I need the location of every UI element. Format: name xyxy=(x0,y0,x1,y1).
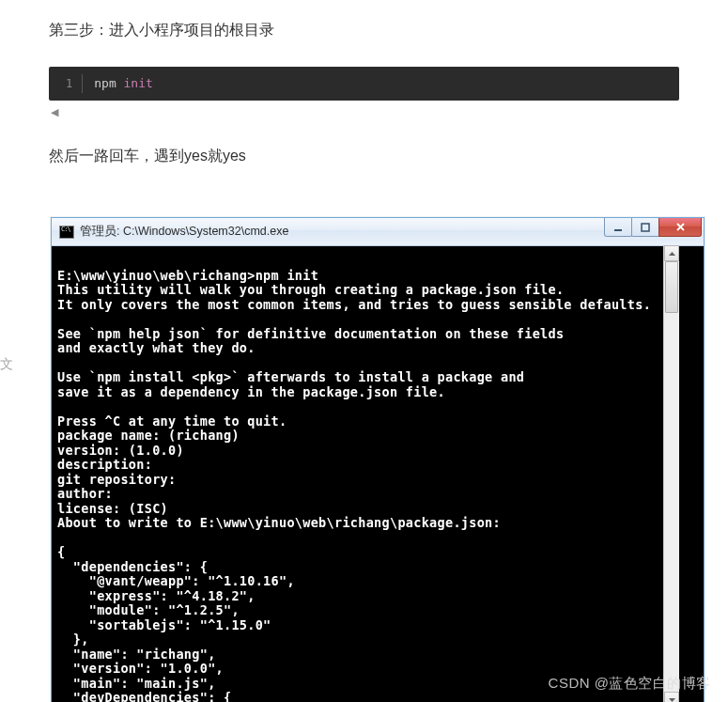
code-block: 1 npm init xyxy=(49,67,679,101)
vertical-scrollbar[interactable] xyxy=(663,245,679,702)
maximize-button[interactable] xyxy=(631,218,659,237)
svg-rect-1 xyxy=(642,224,649,231)
terminal-output: E:\www\yinuo\web\richang>npm init This u… xyxy=(52,246,704,702)
svg-rect-0 xyxy=(614,229,622,231)
scrollbar-thumb[interactable] xyxy=(665,261,678,313)
step-heading: 第三步：进入小程序项目的根目录 xyxy=(49,21,679,40)
scrollbar-track[interactable] xyxy=(664,261,679,692)
scroll-up-button[interactable] xyxy=(664,245,679,261)
code-token-argument: init xyxy=(124,76,153,90)
window-titlebar[interactable]: 管理员: C:\Windows\System32\cmd.exe xyxy=(52,218,704,246)
minimize-button[interactable] xyxy=(604,218,632,237)
maximize-icon xyxy=(641,223,650,232)
window-title: 管理员: C:\Windows\System32\cmd.exe xyxy=(80,224,605,240)
code-token-command: npm xyxy=(94,76,116,90)
scroll-down-button[interactable] xyxy=(664,692,679,702)
paragraph-text: 然后一路回车，遇到yes就yes xyxy=(49,147,679,166)
chevron-down-icon xyxy=(669,698,675,702)
article-body: 第三步：进入小程序项目的根目录 1 npm init ◀ 然后一路回车，遇到ye… xyxy=(0,21,728,702)
close-icon xyxy=(675,222,686,232)
chevron-up-icon xyxy=(669,252,675,256)
close-button[interactable] xyxy=(658,218,702,237)
truncated-side-text: 文 xyxy=(0,357,13,370)
scroll-left-icon[interactable]: ◀ xyxy=(49,106,60,118)
code-content: npm init xyxy=(83,74,153,93)
code-line-number: 1 xyxy=(49,74,83,93)
cmd-app-icon xyxy=(59,226,74,239)
window-control-buttons xyxy=(605,218,704,245)
terminal-text: E:\www\yinuo\web\richang>npm init This u… xyxy=(57,254,698,702)
minimize-icon xyxy=(613,223,623,232)
code-horizontal-scroll[interactable]: ◀ xyxy=(49,104,679,118)
screenshot-cmd-window: 管理员: C:\Windows\System32\cmd.exe E:\www\… xyxy=(49,217,679,702)
